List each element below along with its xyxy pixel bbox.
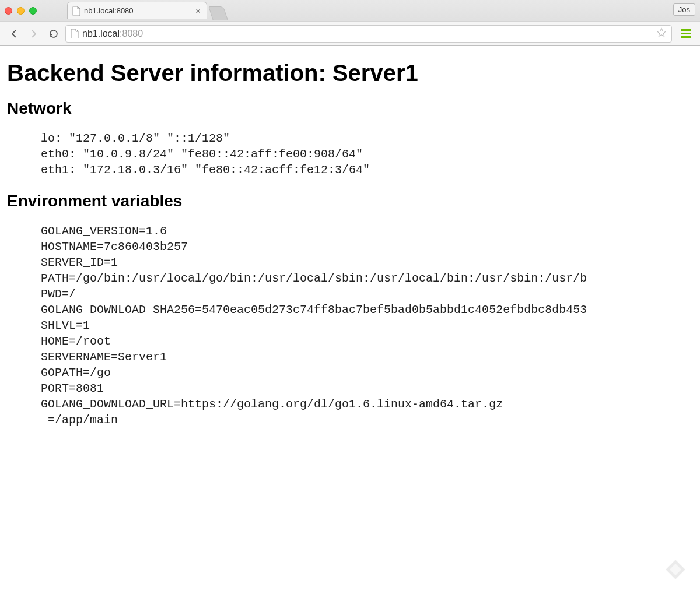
reload-button[interactable]	[46, 26, 62, 42]
forward-button[interactable]	[26, 26, 42, 42]
env-heading: Environment variables	[7, 192, 693, 210]
close-tab-button[interactable]: ×	[195, 6, 201, 15]
tab-bar: nb1.local:8080 × Jos	[0, 0, 700, 21]
close-window-button[interactable]	[5, 7, 12, 15]
page-title: Backend Server information: Server1	[7, 60, 693, 86]
minimize-window-button[interactable]	[17, 7, 24, 15]
url-host: nb1.local	[82, 29, 120, 38]
back-button[interactable]	[6, 26, 22, 42]
hamburger-icon	[681, 29, 691, 38]
url-port: :8080	[120, 29, 143, 38]
network-heading: Network	[7, 99, 693, 118]
file-icon	[71, 29, 79, 38]
tab-title: nb1.local:8080	[84, 6, 191, 15]
maximize-window-button[interactable]	[29, 7, 37, 15]
env-block: GOLANG_VERSION=1.6 HOSTNAME=7c860403b257…	[41, 223, 693, 428]
new-tab-button[interactable]	[208, 6, 228, 20]
address-bar[interactable]: nb1.local:8080	[65, 25, 672, 43]
file-icon	[72, 6, 80, 16]
toolbar: nb1.local:8080	[0, 21, 700, 45]
corner-logo-icon	[664, 558, 687, 584]
profile-button[interactable]: Jos	[673, 3, 695, 16]
bookmark-star-icon[interactable]	[656, 27, 667, 40]
url-text: nb1.local:8080	[82, 29, 143, 39]
window-controls	[5, 7, 37, 15]
page-content: Backend Server information: Server1 Netw…	[0, 46, 700, 428]
network-block: lo: "127.0.0.1/8" "::1/128" eth0: "10.0.…	[41, 131, 693, 178]
browser-chrome: nb1.local:8080 × Jos nb1.local:8080	[0, 0, 700, 46]
menu-button[interactable]	[678, 26, 694, 42]
browser-tab[interactable]: nb1.local:8080 ×	[67, 2, 207, 19]
profile-label: Jos	[678, 5, 690, 14]
